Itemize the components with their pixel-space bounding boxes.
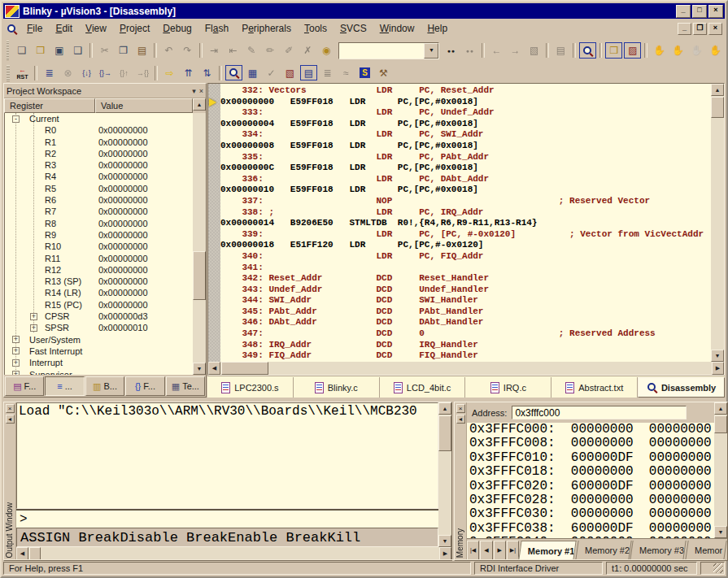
scroll-left-icon[interactable]: ◀ bbox=[16, 547, 28, 560]
document-tab-irq-c[interactable]: IRQ.c bbox=[465, 377, 551, 398]
output-hscrollbar[interactable]: ◀ ▶ bbox=[16, 547, 451, 560]
register-row-supervisor[interactable]: +Supervisor bbox=[5, 369, 193, 375]
menu-help[interactable]: Help bbox=[421, 20, 454, 37]
disassembly-line[interactable]: 349: FIQ_Addr DCD FIQ_Handler bbox=[220, 350, 711, 362]
register-row-r0[interactable]: R00x00000000 bbox=[5, 124, 193, 136]
register-row-r5[interactable]: R50x00000000 bbox=[5, 183, 193, 194]
disassembly-line[interactable]: 0x00000000 E59FF018 LDR PC,[PC,#0x0018] bbox=[220, 97, 711, 108]
mdi-child-system-icon[interactable] bbox=[7, 24, 17, 34]
expand-icon[interactable]: + bbox=[12, 371, 20, 375]
collapse-icon[interactable]: - bbox=[12, 115, 20, 123]
step-into-button[interactable]: {↓} bbox=[78, 65, 95, 80]
expand-icon[interactable]: + bbox=[12, 359, 20, 367]
memory-tab-memory-1[interactable]: Memory #1 bbox=[518, 541, 576, 560]
disassembly-line[interactable]: 336: LDR PC, DAbt_Addr bbox=[220, 174, 711, 185]
memory-content[interactable]: 0x3FFFC000: 00000000 000000000x3FFFC008:… bbox=[467, 423, 714, 538]
output-close-icon[interactable]: × bbox=[6, 404, 15, 413]
register-row-current[interactable]: -Current bbox=[5, 113, 193, 124]
workspace-title-bar[interactable]: Project Workspace ▾ × bbox=[4, 84, 206, 98]
minimize-button[interactable]: _ bbox=[676, 5, 691, 18]
memory-pin-icon[interactable]: ◂ bbox=[456, 415, 465, 424]
disassembly-line[interactable]: 337: NOP ; Reserved Vector bbox=[220, 196, 711, 207]
project-window-toggle-button[interactable]: ❒ bbox=[605, 42, 622, 59]
memory-tab-memory-2[interactable]: Memory #2 bbox=[575, 541, 631, 560]
prev-tab-icon[interactable]: ◀ bbox=[480, 541, 492, 560]
disassembly-line[interactable]: 338: ; LDR PC, IRQ_Addr bbox=[220, 207, 711, 219]
output-pin-icon[interactable]: ◂ bbox=[6, 415, 15, 424]
register-row-r15-pc-[interactable]: R15 (PC)0x00000000 bbox=[5, 299, 193, 311]
register-row-spsr[interactable]: +SPSR0x00000010 bbox=[5, 322, 193, 333]
memory-window-button[interactable]: ▦ bbox=[244, 65, 261, 80]
disassembly-line[interactable]: 344: SWI_Addr DCD SWI_Handler bbox=[220, 295, 711, 306]
register-column-header[interactable]: Register bbox=[4, 98, 95, 113]
menu-flash[interactable]: Flash bbox=[198, 20, 235, 37]
scroll-left-icon[interactable]: ◀ bbox=[208, 362, 220, 375]
menu-file[interactable]: File bbox=[20, 20, 49, 37]
start-stop-debug-button[interactable] bbox=[579, 42, 596, 59]
register-row-r10[interactable]: R100x00000000 bbox=[5, 241, 193, 252]
combo-text[interactable] bbox=[339, 43, 425, 59]
register-row-r6[interactable]: R60x00000000 bbox=[5, 194, 193, 206]
disable-breakpoint-button[interactable]: ✋ bbox=[669, 42, 687, 59]
symbols-window-button[interactable]: S bbox=[356, 65, 373, 80]
scroll-right-icon[interactable]: ▶ bbox=[439, 547, 451, 560]
workspace-files-tab[interactable]: ▤F... bbox=[5, 376, 44, 396]
scrollbar-thumb[interactable] bbox=[714, 415, 727, 433]
document-tab-disassembly[interactable]: Disassembly bbox=[638, 377, 725, 398]
memory-row[interactable]: 0x3FFFC028: 00000000 00000000 bbox=[469, 493, 714, 507]
disassembly-line[interactable]: 334: LDR PC, SWI_Addr bbox=[220, 129, 711, 141]
memory-row[interactable]: 0x3FFFC008: 00000000 00000000 bbox=[469, 437, 714, 450]
toolbar-drag-handle[interactable] bbox=[7, 65, 10, 81]
workspace-close-icon[interactable]: × bbox=[199, 87, 203, 95]
disassembly-line[interactable]: 332: Vectors LDR PC, Reset_Addr bbox=[220, 85, 711, 97]
memory-close-icon[interactable]: × bbox=[456, 404, 465, 413]
menu-svcs[interactable]: SVCS bbox=[333, 20, 373, 37]
menu-window[interactable]: Window bbox=[373, 20, 421, 37]
resize-grip[interactable] bbox=[700, 562, 725, 575]
register-row-r8[interactable]: R80x00000000 bbox=[5, 218, 193, 229]
scroll-down-icon[interactable]: ▼ bbox=[438, 535, 451, 547]
workspace-templates-tab[interactable]: ▦Te... bbox=[166, 376, 205, 396]
scroll-up-icon[interactable]: ▲ bbox=[711, 84, 724, 96]
step-over-button[interactable]: {}→ bbox=[97, 65, 114, 80]
find-button[interactable]: ●● bbox=[442, 42, 460, 59]
incremental-find-button[interactable]: ◉ bbox=[318, 42, 335, 59]
memory-row[interactable]: 0x3FFFC010: 600000DF 00000000 bbox=[469, 451, 714, 465]
kill-all-breakpoints-button[interactable]: ✋ bbox=[707, 42, 724, 59]
title-bar[interactable]: Blinky - µVision3 - [Disassembly] _ □ × bbox=[3, 3, 725, 19]
register-row-user-system[interactable]: +User/System bbox=[5, 334, 193, 345]
register-row-interrupt[interactable]: +Interrupt bbox=[5, 357, 193, 368]
disassembly-vscrollbar[interactable]: ▲ ▼ bbox=[711, 84, 724, 362]
document-tab-lpc2300-s[interactable]: LPC2300.s bbox=[207, 377, 294, 398]
register-scrollbar[interactable]: ▼ bbox=[193, 113, 206, 375]
save-all-button[interactable]: ❑ bbox=[69, 42, 86, 59]
find-text-combobox[interactable]: ▼ bbox=[338, 42, 440, 59]
disassembly-hscrollbar[interactable]: ◀ ▶ bbox=[208, 362, 724, 375]
enable-trace-recording-button[interactable]: ⇈ bbox=[180, 65, 197, 80]
expand-icon[interactable]: + bbox=[30, 313, 37, 320]
disassembly-line[interactable]: 345: PAbt_Addr DCD PAbt_Handler bbox=[220, 306, 711, 318]
last-tab-icon[interactable]: ▶| bbox=[507, 541, 519, 560]
memory-tab-memory-3[interactable]: Memory #3 bbox=[630, 541, 686, 560]
menu-peripherals[interactable]: Peripherals bbox=[235, 20, 298, 37]
disassembly-gutter[interactable] bbox=[208, 84, 220, 362]
scrollbar-thumb[interactable] bbox=[711, 97, 724, 118]
scroll-down-icon[interactable]: ▼ bbox=[711, 350, 724, 362]
close-button[interactable]: × bbox=[708, 5, 723, 18]
scroll-right-icon[interactable]: ▶ bbox=[712, 362, 724, 375]
disassembly-line[interactable]: 0x00000010 E59FF018 LDR PC,[PC,#0x0018] bbox=[220, 185, 711, 196]
command-input-row[interactable]: > bbox=[16, 509, 438, 528]
insert-breakpoint-button[interactable]: ✋ bbox=[651, 42, 668, 59]
register-row-fast-interrupt[interactable]: +Fast Interrupt bbox=[5, 345, 193, 357]
save-button[interactable]: ▣ bbox=[50, 42, 68, 59]
memory-row[interactable]: 0x3FFFC000: 00000000 00000000 bbox=[469, 423, 714, 437]
menu-view[interactable]: View bbox=[79, 20, 113, 37]
next-tab-icon[interactable]: ▶ bbox=[494, 541, 506, 560]
expand-icon[interactable]: + bbox=[12, 336, 20, 343]
document-tab-blinky-c[interactable]: Blinky.c bbox=[294, 377, 380, 398]
show-next-statement-button[interactable]: ≣ bbox=[41, 65, 58, 80]
memory-tab-memor[interactable]: Memor bbox=[685, 541, 727, 560]
serial-window-button[interactable]: ▤ bbox=[300, 65, 317, 80]
disassembly-line[interactable]: 342: Reset_Addr DCD Reset_Handler bbox=[220, 273, 711, 285]
first-tab-icon[interactable]: |◀ bbox=[467, 541, 479, 560]
